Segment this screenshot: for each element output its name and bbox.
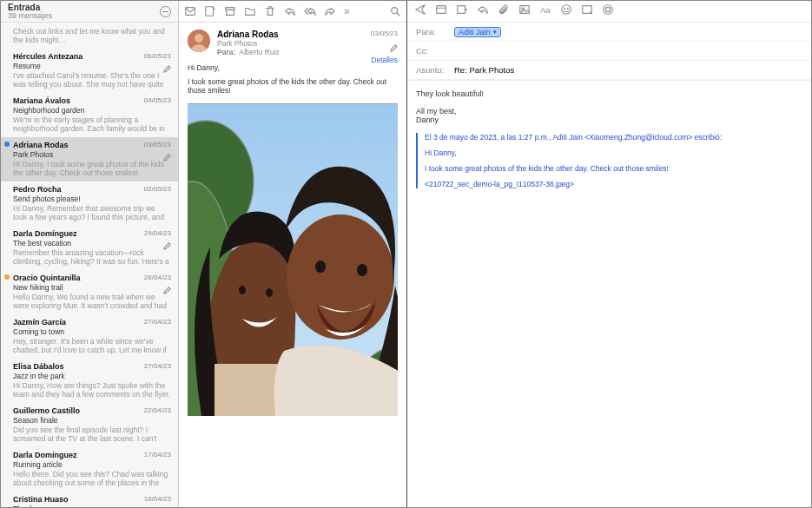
trash-icon[interactable] <box>264 5 276 17</box>
message-date: 27/04/23 <box>144 362 171 370</box>
filter-icon[interactable] <box>160 6 171 17</box>
folder-icon[interactable] <box>244 5 256 17</box>
message-date: 29/04/23 <box>144 229 171 237</box>
new-icon[interactable] <box>204 5 216 17</box>
message-subject: Thank you <box>13 505 171 507</box>
reader-date: 03/05/23 <box>371 30 398 37</box>
message-date: 28/04/23 <box>144 274 171 281</box>
message-row[interactable]: 22/04/23Guillermo CastilloSeason finaleD… <box>1 403 178 447</box>
svg-point-14 <box>266 288 273 297</box>
unread-dot <box>4 142 10 147</box>
message-preview: Did you see the final episode last night… <box>13 426 171 443</box>
compose-icon[interactable] <box>184 5 196 17</box>
reader-to: Para: Alberto Ruiz <box>217 48 280 56</box>
inbox-header: Entrada 39 mensajes <box>1 1 178 23</box>
more-icon[interactable]: » <box>344 5 348 17</box>
svg-point-26 <box>567 9 568 10</box>
archive-icon[interactable] <box>224 5 236 17</box>
message-subject: New hiking trail <box>13 283 171 292</box>
cc-field[interactable]: Cc: <box>407 42 811 61</box>
sketch-icon <box>390 40 398 48</box>
reader-toolbar: » <box>179 1 406 23</box>
svg-point-6 <box>195 34 203 43</box>
message-preview: We're in the early stages of planning a … <box>13 115 171 133</box>
subject-field[interactable]: Asunto: Re: Park Photos <box>407 61 811 80</box>
reader-header: Adriana Rodas Park Photos Para: Alberto … <box>179 23 406 63</box>
message-date: 16/04/23 <box>144 495 171 503</box>
message-preview: Check out links and let me know what you… <box>13 27 171 44</box>
quoted-block: El 3 de mayo de 2023, a las 1:27 p.m., A… <box>416 133 802 188</box>
forward-icon[interactable] <box>324 5 336 17</box>
sketch-icon <box>163 149 171 157</box>
to-field[interactable]: Para: Aditi Jain▾ <box>407 23 811 42</box>
header-fields-icon[interactable] <box>435 3 447 19</box>
message-preview: Hello Danny, We found a new trail when w… <box>13 293 171 310</box>
svg-rect-0 <box>186 8 195 16</box>
svg-point-18 <box>357 264 367 276</box>
message-date: 27/04/23 <box>144 318 171 326</box>
message-preview: Hello there. Did you see this? Chad was … <box>13 470 171 487</box>
svg-text:Aa: Aa <box>540 5 551 15</box>
photo-icon[interactable] <box>518 3 531 19</box>
message-subject: Season finale <box>13 416 171 425</box>
dropdown-icon[interactable] <box>456 3 468 19</box>
svg-point-28 <box>604 5 613 15</box>
message-subject: Park Photos <box>13 150 171 159</box>
message-row[interactable]: 02/05/23Pedro RochaSend photos please!Hi… <box>1 181 178 226</box>
svg-point-13 <box>239 286 246 294</box>
message-date: 22/04/23 <box>144 406 171 414</box>
subject-value: Re: Park Photos <box>454 65 514 75</box>
svg-rect-19 <box>437 6 446 14</box>
message-row[interactable]: 28/04/23Oracio QuintanillaNew hiking tra… <box>1 270 178 314</box>
search-icon[interactable] <box>389 5 401 17</box>
details-link[interactable]: Detalles <box>371 56 398 64</box>
format-icon[interactable]: Aa <box>539 3 551 19</box>
message-preview: Hey, stranger. It's been a while since w… <box>13 337 171 354</box>
reply-all-icon[interactable] <box>304 5 316 17</box>
inbox-count: 39 mensajes <box>8 12 52 21</box>
compose-body[interactable]: They look beautiful! All my best, Danny … <box>407 81 811 197</box>
reply-icon[interactable] <box>284 5 296 17</box>
message-row[interactable]: 03/05/23Adriana RodasPark PhotosHi Danny… <box>1 137 178 181</box>
message-row[interactable]: 27/04/23Jazmín GarcíaComing to townHey, … <box>1 314 178 359</box>
message-date: 17/04/23 <box>144 451 171 459</box>
message-row[interactable]: 29/04/23Darla DomínguezThe best vacation… <box>1 226 178 270</box>
message-list-pane: Entrada 39 mensajes Check out links and … <box>1 1 179 507</box>
message-preview: Remember this amazing vacation—rock clim… <box>13 248 171 266</box>
message-row[interactable]: 04/05/23Mariana ÁvalosNeighborhood garde… <box>1 93 178 137</box>
emoji-icon[interactable] <box>560 3 572 19</box>
svg-point-25 <box>564 9 565 10</box>
compose-fields: Para: Aditi Jain▾ Cc: Asunto: Re: Park P… <box>407 23 811 81</box>
svg-point-24 <box>562 5 571 15</box>
message-row[interactable]: 27/04/23Elisa DábalosJazz in the parkHi … <box>1 359 178 403</box>
attach-icon[interactable] <box>498 3 510 19</box>
message-preview: Hi Danny, I took some great photos of th… <box>13 160 171 177</box>
attachment-photo[interactable] <box>188 103 398 416</box>
messages-scroll[interactable]: Check out links and let me know what you… <box>1 23 178 507</box>
message-date: 02/05/23 <box>144 185 171 193</box>
message-row[interactable]: 16/04/23Cristina HuasoThank youEverythin… <box>1 492 178 507</box>
sketch-icon <box>163 282 171 290</box>
compose-pane: Aa Para: Aditi Jain▾ Cc: Asunto: Re: Par… <box>407 1 811 507</box>
message-preview: I've attached Carol's resume. She's the … <box>13 71 171 89</box>
reader-subject: Park Photos <box>217 39 280 48</box>
reader-from: Adriana Rodas <box>217 30 280 39</box>
link-icon[interactable] <box>602 3 614 19</box>
message-row[interactable]: 06/05/23Hércules AntezanaResumeI've atta… <box>1 49 178 93</box>
send-icon[interactable] <box>414 3 426 19</box>
svg-point-16 <box>287 214 394 340</box>
svg-point-17 <box>315 261 326 273</box>
message-subject: Send photos please! <box>13 195 171 203</box>
recipient-pill[interactable]: Aditi Jain▾ <box>454 27 501 37</box>
message-row[interactable]: Check out links and let me know what you… <box>1 23 178 49</box>
media-icon[interactable] <box>581 3 593 19</box>
svg-rect-20 <box>458 6 465 14</box>
reply2-icon[interactable] <box>477 3 489 19</box>
svg-rect-1 <box>206 7 214 16</box>
message-row[interactable]: 17/04/23Darla DomínguezRunning articleHe… <box>1 447 178 492</box>
avatar <box>188 30 210 52</box>
reader-pane: » Adriana Rodas Park Photos Para: Albert… <box>179 1 407 507</box>
sketch-icon <box>163 61 171 69</box>
sketch-icon <box>163 238 171 246</box>
message-subject: Coming to town <box>13 327 171 336</box>
